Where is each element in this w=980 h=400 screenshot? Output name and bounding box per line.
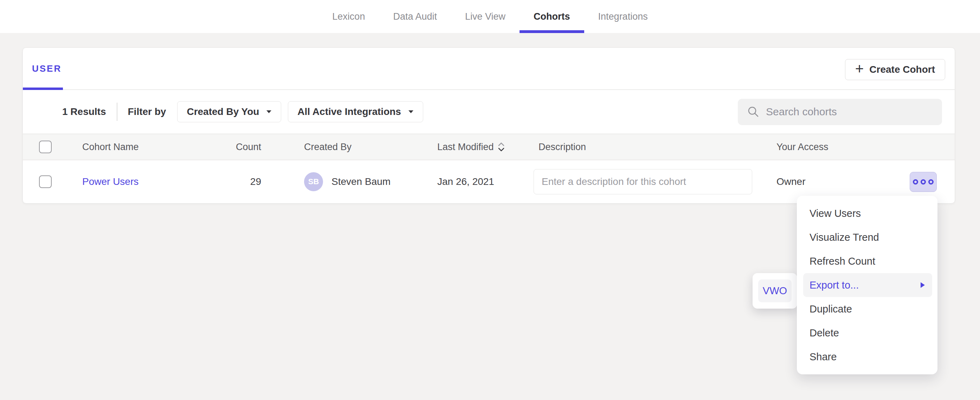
- sort-icon: [497, 142, 505, 152]
- menu-item-visualize-trend[interactable]: Visualize Trend: [797, 225, 937, 249]
- ellipsis-icon: [921, 179, 926, 185]
- select-all-checkbox[interactable]: [39, 140, 52, 153]
- table-header: Cohort Name Count Created By Last Modifi…: [23, 134, 955, 160]
- menu-item-duplicate[interactable]: Duplicate: [797, 297, 937, 321]
- chevron-down-icon: [408, 110, 414, 113]
- export-submenu: VWO: [752, 273, 797, 309]
- tab-user[interactable]: USER: [32, 63, 62, 74]
- cohort-name-link[interactable]: Power Users: [82, 176, 138, 187]
- menu-item-export-to-label: Export to...: [810, 279, 859, 291]
- menu-item-refresh-count[interactable]: Refresh Count: [797, 249, 937, 273]
- chevron-down-icon: [266, 110, 272, 113]
- divider: [117, 103, 118, 121]
- create-cohort-label: Create Cohort: [869, 64, 935, 75]
- filter-by-label: Filter by: [128, 106, 166, 117]
- access-level: Owner: [776, 176, 910, 187]
- integrations-dropdown[interactable]: All Active Integrations: [288, 101, 423, 122]
- menu-item-share[interactable]: Share: [797, 345, 937, 369]
- primary-nav: Lexicon Data Audit Live View Cohorts Int…: [0, 0, 980, 33]
- menu-item-delete[interactable]: Delete: [797, 321, 937, 345]
- last-modified-date: Jan 26, 2021: [437, 176, 534, 187]
- active-tab-underline: [23, 88, 63, 90]
- description-input[interactable]: [534, 169, 752, 194]
- tab-live-view[interactable]: Live View: [451, 0, 520, 33]
- col-description: Description: [534, 142, 776, 153]
- submenu-item-vwo[interactable]: VWO: [758, 279, 792, 302]
- tab-cohorts-label: Cohorts: [534, 11, 570, 22]
- search-input[interactable]: [766, 99, 942, 125]
- create-cohort-button[interactable]: + Create Cohort: [845, 59, 945, 80]
- row-checkbox[interactable]: [39, 175, 52, 188]
- avatar: SB: [304, 172, 323, 191]
- results-count: 1 Results: [62, 106, 106, 117]
- row-actions-menu: View Users Visualize Trend Refresh Count…: [797, 196, 937, 375]
- col-last-modified: Last Modified: [437, 142, 494, 153]
- created-by-dropdown[interactable]: Created By You: [177, 101, 281, 122]
- row-actions-button[interactable]: [910, 172, 937, 192]
- ellipsis-icon: [928, 179, 934, 185]
- col-created-by: Created By: [261, 142, 437, 153]
- tab-data-audit[interactable]: Data Audit: [379, 0, 451, 33]
- col-your-access: Your Access: [776, 142, 910, 153]
- col-count: Count: [235, 142, 261, 153]
- submenu-arrow-icon: [920, 282, 925, 288]
- panel-tabstrip: USER + Create Cohort: [23, 48, 955, 90]
- plus-icon: +: [855, 62, 864, 76]
- ellipsis-icon: [913, 179, 918, 185]
- active-nav-underline: [520, 30, 584, 33]
- cohort-count: 29: [235, 176, 261, 187]
- tab-integrations[interactable]: Integrations: [584, 0, 662, 33]
- cohorts-panel: USER + Create Cohort 1 Results Filter by…: [22, 48, 955, 204]
- menu-item-export-to[interactable]: Export to...: [803, 273, 932, 297]
- menu-item-view-users[interactable]: View Users: [797, 201, 937, 225]
- filter-bar: 1 Results Filter by Created By You All A…: [23, 90, 955, 134]
- col-cohort-name: Cohort Name: [82, 142, 235, 153]
- sort-last-modified[interactable]: Last Modified: [437, 142, 505, 153]
- tab-cohorts[interactable]: Cohorts: [520, 0, 584, 33]
- top-nav-bar: Lexicon Data Audit Live View Cohorts Int…: [0, 0, 980, 33]
- search-icon: [747, 105, 760, 118]
- integrations-dropdown-value: All Active Integrations: [298, 106, 401, 117]
- tab-lexicon[interactable]: Lexicon: [318, 0, 379, 33]
- created-by-name: Steven Baum: [331, 176, 391, 187]
- search-box: [738, 99, 942, 125]
- created-by-dropdown-value: Created By You: [187, 106, 259, 117]
